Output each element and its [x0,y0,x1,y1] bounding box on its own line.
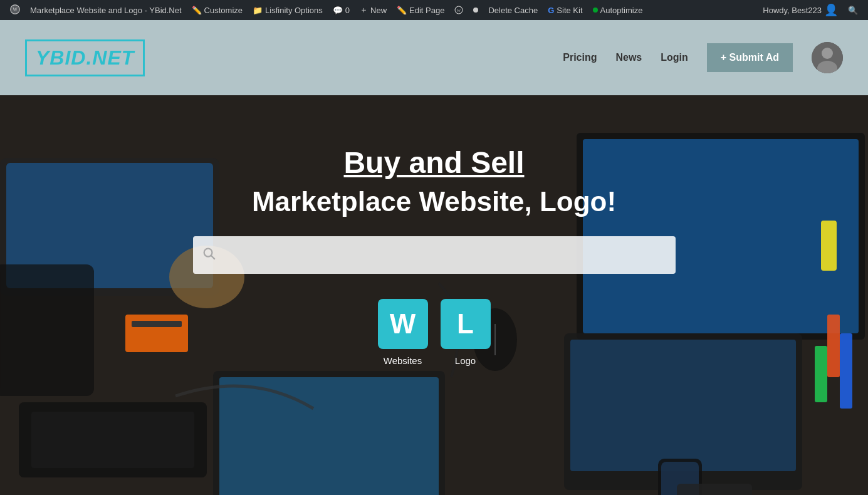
pencil-icon: ✏️ [192,6,202,15]
delete-cache-label: Delete Cache [488,6,538,15]
search-bar-icon [202,246,216,264]
wp-dot-button[interactable] [468,0,483,20]
logo-tile-icon: L [441,299,491,349]
edit-page-label: Edit Page [409,6,444,15]
green-status-dot [593,8,598,13]
comment-icon: 💬 [333,6,343,15]
nav-login[interactable]: Login [661,52,688,63]
user-icon: 👤 [824,3,838,17]
circle-icon [473,8,478,13]
howdy-label: Howdy, Best223 [763,6,822,15]
svg-text:W: W [13,7,18,13]
main-nav: Pricing News Login + Submit Ad [563,42,843,73]
websites-tile-label: Websites [384,355,422,366]
search-icon: 🔍 [848,6,858,15]
wordpress-icon: W [10,4,20,16]
user-avatar[interactable] [812,42,843,73]
category-tile-logo[interactable]: L Logo [441,299,491,366]
category-tile-websites[interactable]: W Websites [378,299,428,366]
hero-section: Buy and Sell Marketplace Website, Logo! … [0,95,868,495]
wp-logo-icon: W [454,6,463,14]
logo-text: YBID.NET [36,46,134,70]
websites-tile-icon: W [378,299,428,349]
nav-news[interactable]: News [615,52,642,63]
delete-cache-button[interactable]: Delete Cache [483,0,543,20]
g-icon: G [548,6,554,15]
svg-point-5 [822,48,833,59]
site-title-text: Marketplace Website and Logo - YBid.Net [30,6,182,15]
site-title-button[interactable]: Marketplace Website and Logo - YBid.Net [25,0,187,20]
nav-pricing[interactable]: Pricing [563,52,597,63]
search-input[interactable] [222,249,667,261]
hero-overlay: Buy and Sell Marketplace Website, Logo! … [0,95,868,495]
new-button[interactable]: ＋ New [355,0,392,20]
search-admin-button[interactable]: 🔍 [843,0,863,20]
comments-button[interactable]: 💬 0 [328,0,355,20]
submit-ad-button[interactable]: + Submit Ad [707,43,793,72]
wp-icon2-button[interactable]: W [449,0,468,20]
howdy-button[interactable]: Howdy, Best223 👤 [758,0,843,20]
search-bar [193,236,676,274]
autoptimize-button[interactable]: Autoptimize [588,0,648,20]
edit-page-button[interactable]: ✏️ Edit Page [392,0,449,20]
svg-text:W: W [457,8,461,13]
folder-icon: 📁 [253,6,263,15]
site-kit-button[interactable]: G Site Kit [543,0,587,20]
admin-bar: W Marketplace Website and Logo - YBid.Ne… [0,0,868,20]
avatar-image [812,42,843,73]
wp-icon-button[interactable]: W [5,0,25,20]
lisfinity-options-button[interactable]: 📁 Lisfinity Options [248,0,328,20]
autoptimize-label: Autoptimize [600,6,643,15]
edit-icon: ✏️ [397,6,407,15]
site-header: YBID.NET Pricing News Login + Submit Ad [0,20,868,95]
category-tiles: W Websites L Logo [378,299,491,366]
logo-tile-label: Logo [455,355,476,366]
lisfinity-label: Lisfinity Options [265,6,323,15]
site-logo[interactable]: YBID.NET [25,39,145,76]
comment-count: 0 [345,6,350,15]
site-kit-label: Site Kit [557,6,582,15]
svg-line-34 [211,256,214,259]
new-label: New [370,6,387,15]
hero-title-main: Buy and Sell [343,145,524,180]
customize-label: Customize [204,6,243,15]
hero-title-sub: Marketplace Website, Logo! [252,186,616,217]
customize-button[interactable]: ✏️ Customize [187,0,248,20]
plus-icon: ＋ [360,4,368,16]
